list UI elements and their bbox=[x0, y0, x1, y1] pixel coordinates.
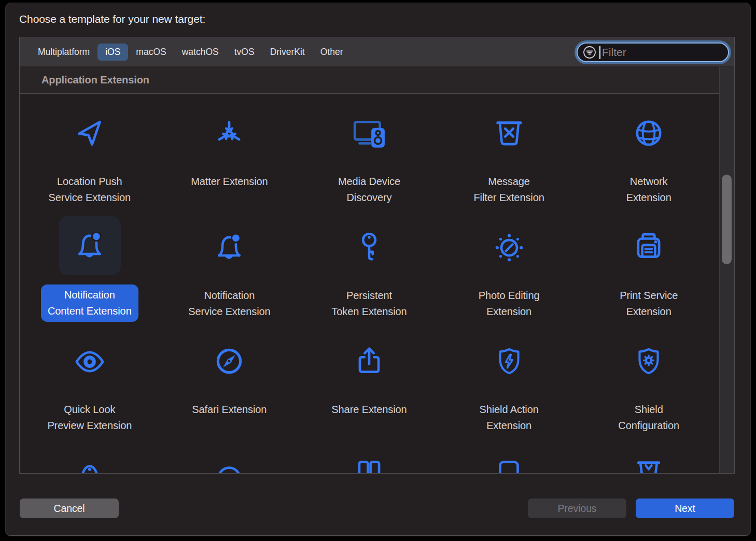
template-item-safari-extension[interactable]: Safari Extension bbox=[160, 322, 300, 436]
template-item-persistent-token-extension[interactable]: PersistentToken Extension bbox=[299, 208, 439, 322]
bell-badge-icon bbox=[59, 216, 121, 275]
tab-macos[interactable]: macOS bbox=[128, 44, 174, 61]
template-item-media-device-discovery[interactable]: Media DeviceDiscovery bbox=[299, 94, 439, 208]
shield-gear-icon bbox=[618, 330, 680, 392]
share-icon bbox=[338, 330, 400, 392]
previous-button[interactable]: Previous bbox=[528, 499, 626, 518]
display-speaker-icon bbox=[338, 102, 400, 164]
template-item-shield-action-extension[interactable]: Shield ActionExtension bbox=[439, 322, 579, 436]
template-item-photo-editing-extension[interactable]: Photo EditingExtension bbox=[439, 208, 579, 322]
template-item-label: Shield ActionExtension bbox=[479, 402, 538, 434]
matter-icon bbox=[198, 102, 260, 164]
template-item-matter-extension[interactable]: Matter Extension bbox=[160, 94, 300, 208]
filter-placeholder: Filter bbox=[602, 46, 626, 59]
template-item-label: Matter Extension bbox=[191, 174, 268, 190]
template-grid: Location PushService ExtensionMatter Ext… bbox=[20, 94, 719, 473]
template-item-partial-item-2[interactable] bbox=[160, 436, 300, 473]
tab-list: MultiplatformiOSmacOSwatchOStvOSDriverKi… bbox=[30, 37, 351, 67]
printer-icon bbox=[618, 216, 680, 278]
template-item-label: PersistentToken Extension bbox=[331, 288, 407, 320]
tab-driverkit[interactable]: DriverKit bbox=[262, 44, 313, 61]
scrollbar-thumb[interactable] bbox=[722, 175, 732, 264]
template-item-label: NetworkExtension bbox=[626, 174, 671, 206]
template-chooser-panel: MultiplatformiOSmacOSwatchOStvOSDriverKi… bbox=[19, 37, 735, 474]
section-header-application-extension: Application Extension bbox=[20, 67, 719, 94]
filter-input[interactable]: Filter bbox=[577, 42, 729, 62]
bucket-chevron-icon bbox=[618, 444, 680, 473]
template-item-notification-content-extension[interactable]: NotificationContent Extension bbox=[20, 208, 160, 322]
template-item-quick-look-preview-extension[interactable]: Quick LookPreview Extension bbox=[20, 322, 160, 436]
template-item-shield-configuration[interactable]: ShieldConfiguration bbox=[579, 322, 719, 436]
tab-multiplatform[interactable]: Multiplatform bbox=[30, 44, 97, 61]
bucket-x-icon bbox=[478, 102, 540, 164]
cancel-button[interactable]: Cancel bbox=[20, 499, 119, 518]
template-item-label: Quick LookPreview Extension bbox=[47, 402, 132, 434]
two-panels-icon bbox=[338, 444, 400, 473]
template-item-partial-item-1[interactable] bbox=[20, 436, 160, 473]
template-item-notification-service-extension[interactable]: NotificationService Extension bbox=[160, 208, 300, 322]
text-cursor bbox=[599, 46, 600, 59]
template-item-label: Media DeviceDiscovery bbox=[338, 174, 400, 206]
template-item-location-push-service-extension[interactable]: Location PushService Extension bbox=[20, 94, 160, 208]
template-item-label: NotificationService Extension bbox=[188, 288, 270, 320]
template-item-partial-item-5[interactable] bbox=[579, 436, 719, 473]
template-item-label: MessageFilter Extension bbox=[473, 174, 544, 206]
eye-icon bbox=[59, 330, 121, 392]
arc-icon bbox=[198, 444, 260, 473]
template-item-partial-item-3[interactable] bbox=[299, 436, 439, 473]
template-item-message-filter-extension[interactable]: MessageFilter Extension bbox=[439, 94, 579, 208]
template-item-print-service-extension[interactable]: Print ServiceExtension bbox=[579, 208, 719, 322]
template-item-partial-item-4[interactable] bbox=[439, 436, 579, 473]
rounded-square-icon bbox=[478, 444, 540, 473]
globe-icon bbox=[618, 102, 680, 164]
tab-ios[interactable]: iOS bbox=[97, 44, 128, 61]
dial-icon bbox=[478, 216, 540, 278]
template-item-label: Safari Extension bbox=[192, 402, 267, 418]
shield-bolt-icon bbox=[478, 330, 540, 392]
platform-tabbar: MultiplatformiOSmacOSwatchOStvOSDriverKi… bbox=[20, 37, 734, 67]
filter-icon bbox=[583, 46, 596, 59]
template-item-label: Share Extension bbox=[331, 402, 407, 418]
template-item-label: Print ServiceExtension bbox=[620, 288, 678, 320]
dialog-title: Choose a template for your new target: bbox=[19, 13, 205, 25]
location-arrow-icon bbox=[59, 102, 121, 164]
key-icon bbox=[338, 216, 400, 278]
template-item-label: ShieldConfiguration bbox=[618, 402, 679, 434]
template-item-label: NotificationContent Extension bbox=[41, 284, 138, 322]
vertical-scrollbar[interactable] bbox=[719, 67, 734, 473]
template-item-network-extension[interactable]: NetworkExtension bbox=[579, 94, 719, 208]
new-target-template-dialog: Choose a template for your new target: M… bbox=[5, 3, 751, 536]
template-item-share-extension[interactable]: Share Extension bbox=[299, 322, 439, 436]
next-button[interactable]: Next bbox=[636, 499, 734, 518]
template-item-label: Location PushService Extension bbox=[49, 174, 131, 206]
template-item-label: Photo EditingExtension bbox=[479, 288, 540, 320]
bell-badge-icon bbox=[198, 216, 260, 278]
tab-tvos[interactable]: tvOS bbox=[227, 44, 262, 61]
circle-dot-icon bbox=[59, 444, 121, 473]
template-grid-area: Location PushService ExtensionMatter Ext… bbox=[20, 94, 719, 473]
tab-watchos[interactable]: watchOS bbox=[174, 44, 227, 61]
compass-icon bbox=[198, 330, 260, 392]
tab-other[interactable]: Other bbox=[313, 44, 351, 61]
